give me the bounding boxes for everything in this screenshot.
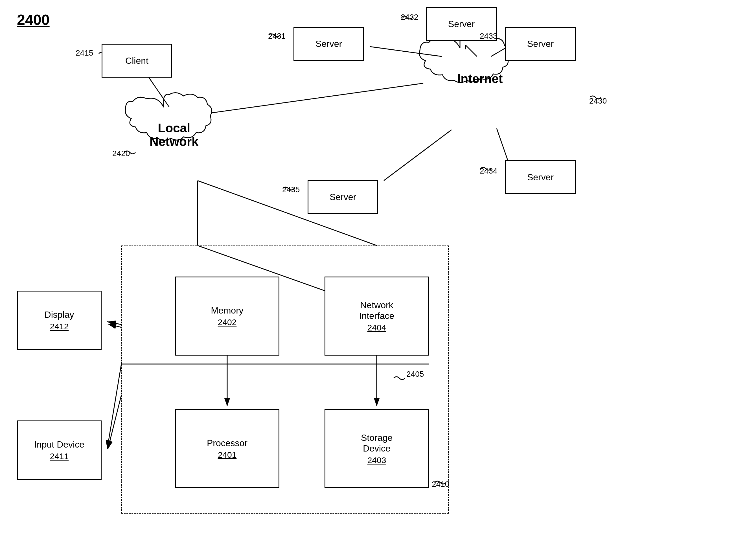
internet-label: Internet [457,72,503,86]
memory-title: Memory [211,305,244,316]
svg-line-10 [497,128,508,161]
local-network-cloud [125,93,212,141]
ref-2434: 2434 [480,166,497,176]
svg-line-11 [384,130,452,181]
memory-box: Memory 2402 [175,277,279,356]
ref-2432: 2432 [401,13,418,22]
display-num: 2412 [50,322,69,331]
server-2433-box: Server [505,27,576,61]
processor-num: 2401 [218,450,237,460]
ref-2433: 2433 [480,32,497,41]
figure-label: 2400 [17,11,50,28]
server-2434-box: Server [505,160,576,194]
display-title: Display [45,309,74,320]
client-title: Client [125,55,148,66]
server-2433-title: Server [527,38,554,49]
svg-line-22 [108,395,121,449]
memory-num: 2402 [218,317,237,327]
ref-2405: 2405 [406,370,424,379]
svg-line-19 [466,45,477,56]
svg-line-5 [212,83,423,113]
ref-2435: 2435 [282,185,300,194]
network-interface-title: NetworkInterface [359,300,395,321]
server-2434-title: Server [527,172,554,183]
input-device-title: Input Device [34,439,84,450]
network-interface-num: 2404 [367,323,386,332]
svg-line-15 [107,322,121,325]
server-2431-box: Server [293,27,364,61]
ref-2410: 2410 [432,480,449,489]
diagram: 2400 [0,0,756,550]
storage-device-box: StorageDevice 2403 [325,409,429,488]
network-interface-box: NetworkInterface 2404 [325,277,429,356]
server-2435-box: Server [308,180,378,214]
input-device-box: Input Device 2411 [17,420,102,480]
server-2431-title: Server [315,38,342,49]
svg-line-7 [370,47,442,56]
server-2435-title: Server [330,192,356,202]
ref-2420: 2420 [112,149,130,158]
client-box: Client [102,44,172,78]
svg-line-21 [108,324,121,327]
processor-title: Processor [207,438,247,448]
input-device-num: 2411 [50,452,69,461]
display-box: Display 2412 [17,291,102,350]
storage-device-num: 2403 [367,455,386,465]
ref-2431: 2431 [268,32,286,41]
local-network-label: LocalNetwork [150,121,199,149]
processor-box: Processor 2401 [175,409,279,488]
ref-2415: 2415 [76,49,93,58]
server-2432-title: Server [448,19,475,29]
svg-line-16 [107,364,121,449]
storage-device-title: StorageDevice [361,432,393,454]
ref-2430: 2430 [589,97,607,106]
